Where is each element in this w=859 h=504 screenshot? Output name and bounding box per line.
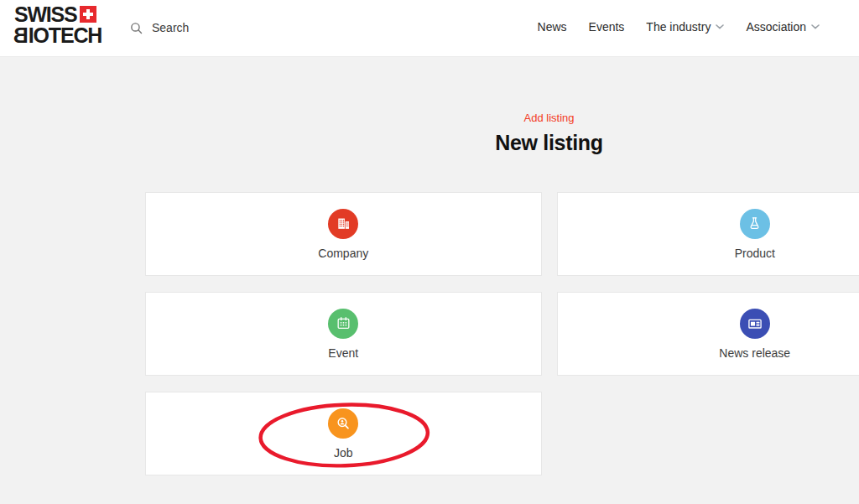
card-company[interactable]: Company [145, 192, 542, 276]
newspaper-icon [740, 309, 770, 339]
chevron-down-icon [811, 24, 820, 29]
chevron-down-icon [716, 24, 724, 29]
swiss-biotech-logo[interactable]: SWISS BIOTECH [14, 4, 102, 46]
logo-line2: BIOTECH [14, 25, 102, 46]
card-label: Job [334, 446, 353, 460]
nav-item-label: Events [589, 20, 625, 34]
swiss-cross-icon [80, 6, 96, 23]
building-icon [328, 209, 358, 239]
search-label: Search [152, 21, 189, 34]
content-wrapper: Add listing New listing CompanyProductEv… [145, 57, 859, 475]
card-label: News release [719, 346, 790, 360]
nav-item-label: News [538, 20, 567, 34]
page-title: New listing [145, 131, 859, 155]
nav-item-label: The industry [646, 20, 711, 34]
calendar-icon [328, 309, 358, 339]
nav-item-events[interactable]: Events [589, 20, 625, 34]
breadcrumb-add-listing[interactable]: Add listing [145, 112, 859, 124]
nav-item-association[interactable]: Association [746, 20, 820, 34]
job-search-icon [328, 408, 358, 439]
top-header: SWISS BIOTECH Search NewsEventsThe indus… [0, 0, 859, 57]
card-news-release[interactable]: News release [557, 292, 859, 376]
search-button[interactable]: Search [129, 0, 189, 55]
logo-line1: SWISS [14, 4, 102, 25]
card-label: Event [328, 346, 358, 360]
nav-item-the-industry[interactable]: The industry [646, 20, 724, 34]
search-icon [129, 21, 143, 35]
card-product[interactable]: Product [557, 192, 859, 276]
card-event[interactable]: Event [145, 292, 542, 376]
main-nav: NewsEventsThe industryAssociation [538, 0, 820, 54]
main-area: Add listing New listing CompanyProductEv… [0, 57, 859, 504]
flask-icon [740, 209, 770, 239]
card-label: Product [735, 247, 775, 260]
listing-grid: CompanyProductEventNews releaseJob [145, 192, 859, 475]
nav-item-news[interactable]: News [538, 20, 567, 34]
nav-item-label: Association [746, 20, 806, 34]
card-job[interactable]: Job [145, 392, 542, 475]
card-label: Company [318, 247, 368, 260]
